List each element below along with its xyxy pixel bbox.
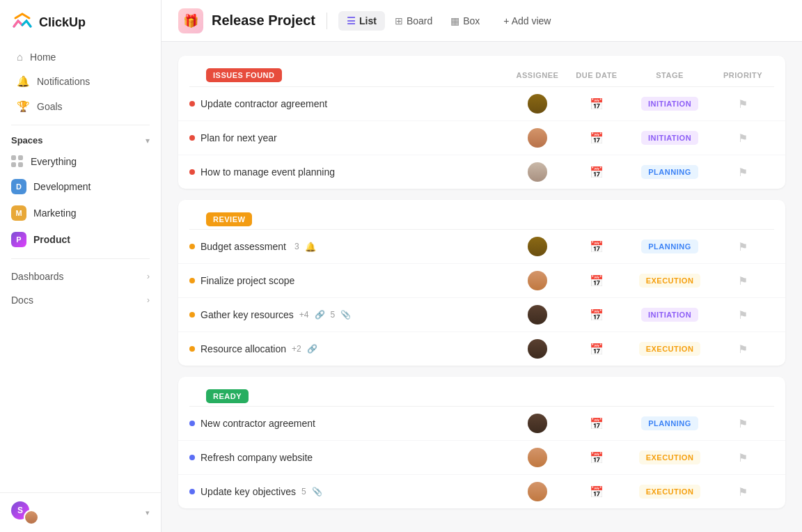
task-row[interactable]: Plan for next year 📅 INITIATION ⚑: [178, 121, 785, 155]
task-name: Budget assessment: [200, 241, 286, 252]
spaces-label: Spaces: [11, 135, 43, 146]
avatar: [528, 162, 547, 182]
task-row[interactable]: Finalize project scope 📅 EXECUTION ⚑: [178, 264, 785, 298]
attachment-icon: 📎: [340, 310, 351, 320]
task-name: Update contractor agreement: [200, 98, 327, 109]
project-icon: 🎁: [178, 8, 203, 33]
tab-list[interactable]: ☰ List: [338, 11, 385, 31]
board-tab-icon: ⊞: [395, 15, 403, 26]
calendar-icon[interactable]: 📅: [590, 97, 604, 111]
project-title: Release Project: [212, 13, 315, 29]
sidebar-item-label-everything: Everything: [31, 156, 77, 167]
calendar-icon[interactable]: 📅: [590, 451, 604, 464]
spaces-header[interactable]: Spaces ▾: [0, 128, 161, 150]
avatar: [528, 128, 547, 148]
avatar: [528, 237, 547, 256]
task-row[interactable]: Update key objectives 5 📎 📅 EXECUTION ⚑: [178, 475, 785, 508]
goals-icon: 🏆: [17, 100, 30, 113]
flag-icon[interactable]: ⚑: [738, 240, 748, 253]
task-name: New contractor agreement: [200, 418, 315, 429]
stage-badge-initiation: INITIATION: [641, 131, 698, 145]
flag-icon[interactable]: ⚑: [738, 166, 748, 179]
sidebar-item-product[interactable]: P Product: [0, 226, 161, 253]
task-name: Finalize project scope: [200, 275, 294, 286]
avatar: [528, 414, 547, 433]
task-dot: [189, 312, 195, 318]
task-row[interactable]: New contractor agreement 📅 PLANNING ⚑: [178, 407, 785, 441]
sidebar-item-goals[interactable]: 🏆 Goals: [6, 94, 155, 119]
sidebar-item-dashboards[interactable]: Dashboards ›: [0, 265, 161, 288]
flag-icon[interactable]: ⚑: [738, 132, 748, 145]
add-view-label: + Add view: [503, 15, 551, 26]
flag-icon[interactable]: ⚑: [738, 274, 748, 288]
tab-box[interactable]: ▦ Box: [442, 11, 488, 31]
calendar-icon[interactable]: 📅: [590, 132, 604, 145]
sidebar-item-everything[interactable]: Everything: [0, 150, 161, 173]
view-tabs: ☰ List ⊞ Board ▦ Box: [338, 11, 488, 31]
add-view-button[interactable]: + Add view: [496, 11, 558, 31]
home-icon: ⌂: [17, 51, 23, 63]
flag-icon[interactable]: ⚑: [738, 485, 748, 499]
flag-icon[interactable]: ⚑: [738, 97, 748, 111]
stage-badge-initiation: INITIATION: [641, 97, 698, 111]
task-dot: [189, 169, 195, 175]
calendar-icon[interactable]: 📅: [590, 240, 604, 253]
sidebar-item-notifications[interactable]: 🔔 Notifications: [6, 69, 155, 94]
avatar: [528, 94, 547, 114]
task-count: +4: [299, 310, 309, 320]
topbar-divider: [327, 13, 327, 29]
calendar-icon[interactable]: 📅: [590, 417, 604, 430]
col-header-due-date: DUE DATE: [565, 71, 628, 79]
sidebar-item-marketing[interactable]: M Marketing: [0, 200, 161, 226]
task-count: +2: [292, 344, 301, 354]
group-badge-issues: ISSUES FOUND: [206, 68, 282, 82]
avatar: [24, 510, 39, 525]
task-count: 3: [294, 242, 299, 251]
clickup-logo-icon: [11, 11, 33, 33]
stage-badge-planning: PLANNING: [641, 240, 698, 253]
task-row[interactable]: Refresh company website 📅 EXECUTION ⚑: [178, 441, 785, 475]
flag-icon[interactable]: ⚑: [738, 343, 748, 356]
task-name: Update key objectives: [200, 486, 296, 497]
notification-icon: 🔔: [305, 242, 316, 252]
sidebar-item-docs[interactable]: Docs ›: [0, 288, 161, 312]
notifications-label: Notifications: [37, 76, 90, 87]
sidebar-nav: ⌂ Home 🔔 Notifications 🏆 Goals: [0, 42, 161, 122]
topbar: 🎁 Release Project ☰ List ⊞ Board ▦ Box +…: [162, 0, 802, 42]
sidebar-item-home[interactable]: ⌂ Home: [6, 45, 155, 69]
task-row[interactable]: How to manage event planning 📅 PLANNING …: [178, 155, 785, 189]
task-row[interactable]: Resource allocation +2 🔗 📅 EXECUTION ⚑: [178, 332, 785, 366]
stage-badge-planning: PLANNING: [641, 416, 698, 430]
user-chevron-icon: ▾: [146, 508, 150, 517]
task-dot: [189, 421, 195, 426]
flag-icon[interactable]: ⚑: [738, 417, 748, 430]
logo[interactable]: ClickUp: [0, 0, 161, 42]
task-row[interactable]: Update contractor agreement 📅 INITIATION…: [178, 87, 785, 121]
stage-badge-execution: EXECUTION: [639, 451, 701, 464]
calendar-icon[interactable]: 📅: [590, 343, 604, 356]
task-name: How to manage event planning: [200, 166, 335, 178]
development-badge: D: [11, 179, 26, 194]
link-icon: 🔗: [315, 310, 325, 320]
home-label: Home: [30, 52, 56, 63]
calendar-icon[interactable]: 📅: [590, 166, 604, 179]
task-row[interactable]: Gather key resources +4 🔗 5 📎 📅 INITIATI…: [178, 298, 785, 332]
everything-icon: [11, 155, 24, 168]
marketing-badge: M: [11, 205, 26, 221]
flag-icon[interactable]: ⚑: [738, 308, 748, 322]
calendar-icon[interactable]: 📅: [590, 274, 604, 288]
box-tab-label: Box: [463, 15, 480, 26]
group-review: REVIEW Budget assessment 3 🔔: [178, 200, 785, 366]
user-avatar-container: S: [11, 501, 36, 524]
sidebar-item-label-product: Product: [33, 234, 70, 245]
flag-icon[interactable]: ⚑: [738, 451, 748, 464]
user-area[interactable]: S ▾: [0, 492, 161, 532]
list-tab-label: List: [359, 15, 377, 26]
tab-board[interactable]: ⊞ Board: [386, 11, 441, 31]
sidebar-item-development[interactable]: D Development: [0, 173, 161, 200]
list-tab-icon: ☰: [347, 15, 356, 26]
calendar-icon[interactable]: 📅: [590, 308, 604, 322]
dashboards-label: Dashboards: [11, 271, 64, 282]
task-row[interactable]: Budget assessment 3 🔔 📅 PLANNING ⚑: [178, 230, 785, 264]
calendar-icon[interactable]: 📅: [590, 485, 604, 499]
